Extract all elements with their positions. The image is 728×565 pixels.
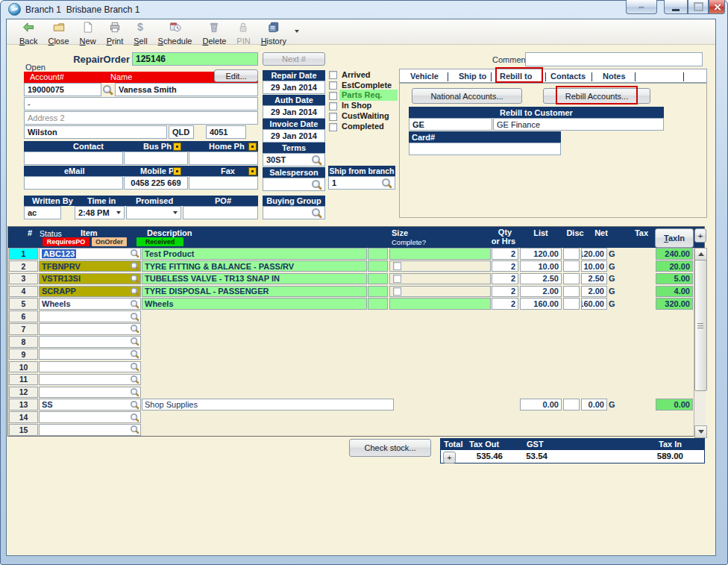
rebill-customer-field[interactable]: GE Finance [493, 118, 664, 131]
account-number-field[interactable]: 19000075 [24, 83, 101, 96]
item-code-field[interactable] [39, 310, 141, 322]
salesperson-field[interactable] [263, 178, 325, 191]
repair-date-field[interactable]: 29 Jan 2014 [263, 81, 325, 94]
item-description[interactable]: Shop Supplies [142, 399, 394, 411]
item-code-field[interactable] [39, 424, 141, 436]
contact-field[interactable] [24, 152, 123, 165]
col-net[interactable]: Net [586, 228, 616, 237]
disc-cell[interactable] [563, 248, 580, 260]
complete-checkbox[interactable] [393, 262, 401, 270]
size-cell[interactable] [368, 248, 388, 260]
po-field[interactable] [183, 206, 258, 219]
col-item[interactable]: Item [81, 228, 98, 237]
complete-cell[interactable] [389, 273, 491, 285]
item-search-icon[interactable] [131, 325, 139, 333]
item-search-icon[interactable] [131, 350, 139, 358]
item-description[interactable]: Wheels [142, 298, 367, 310]
invoice-date-field[interactable]: 29 Jan 2014 [263, 129, 325, 143]
item-search-icon[interactable] [131, 313, 139, 321]
disc-cell[interactable] [563, 399, 580, 411]
home-ph-field[interactable] [189, 152, 258, 165]
item-search-icon[interactable] [131, 287, 139, 296]
address2-field[interactable]: Address 2 [24, 111, 258, 125]
customer-name-field[interactable]: Vanessa Smith [115, 83, 258, 96]
schedule-button[interactable]: Schedule [153, 20, 198, 46]
close-button[interactable] [709, 0, 725, 14]
custwaiting-checkbox[interactable] [329, 113, 337, 121]
qty-cell[interactable]: 2 [492, 260, 518, 272]
written-by-field[interactable]: ac [24, 206, 61, 219]
item-code-field[interactable]: TFBNPRV [39, 260, 141, 272]
tab-ship-to[interactable]: Ship to [459, 72, 486, 81]
tab-contacts[interactable]: Contacts [550, 72, 586, 81]
edit-button[interactable]: Edit... [214, 69, 258, 82]
back-button[interactable]: Back [14, 20, 43, 46]
estcomplete-checkbox[interactable] [329, 81, 337, 90]
auth-date-field[interactable]: 29 Jan 2014 [263, 105, 325, 119]
item-description[interactable]: TYRE DISPOSAL - PASSENGER [142, 286, 367, 298]
tab-vehicle[interactable]: Vehicle [410, 72, 439, 81]
repair-order-number-field[interactable]: 125146 [132, 52, 258, 66]
completed-checkbox[interactable] [329, 123, 337, 131]
fax-field[interactable] [189, 176, 258, 190]
complete-checkbox[interactable] [393, 287, 401, 296]
item-search-icon[interactable] [131, 300, 139, 308]
item-description[interactable]: Test Product [142, 248, 367, 260]
complete-cell[interactable] [389, 286, 491, 298]
item-search-icon[interactable] [131, 375, 139, 384]
close-order-button[interactable]: Close [43, 20, 74, 46]
rebill-code-field[interactable]: GE [409, 118, 492, 131]
size-cell[interactable] [368, 286, 388, 298]
terms-field[interactable]: 30ST [263, 153, 325, 166]
col-tax[interactable]: Tax [630, 228, 653, 237]
qty-cell[interactable]: 2 [492, 286, 518, 298]
sell-button[interactable]: $ Sell [128, 20, 152, 46]
item-description[interactable]: TYRE FITTING & BALANCE - PASS/RV [142, 260, 367, 272]
salesperson-search-icon[interactable] [312, 180, 321, 190]
state-field[interactable]: QLD [169, 125, 194, 139]
list-cell[interactable]: 0.00 [520, 399, 562, 411]
totals-expand-button[interactable]: + [443, 452, 456, 463]
parts-req-checkbox[interactable] [329, 92, 337, 100]
terms-search-icon[interactable] [312, 155, 321, 165]
item-search-icon[interactable] [131, 262, 139, 270]
maximize-button[interactable] [688, 0, 709, 14]
item-code-field[interactable]: SCRAPP [39, 286, 141, 298]
postcode-field[interactable]: 4051 [206, 125, 246, 139]
account-search-icon[interactable] [103, 85, 113, 95]
item-code-field[interactable] [39, 361, 141, 373]
item-search-icon[interactable] [131, 388, 139, 396]
net-cell[interactable]: 2.00 [581, 286, 607, 298]
qty-cell[interactable]: 2 [492, 273, 518, 285]
print-button[interactable]: Print [101, 20, 129, 46]
restore-layout-button[interactable]: ⇔ [626, 0, 657, 14]
suburb-field[interactable]: Wilston [24, 125, 167, 139]
item-search-icon[interactable] [131, 363, 139, 371]
item-search-icon[interactable] [131, 337, 139, 346]
list-cell[interactable]: 2.50 [520, 273, 562, 285]
item-code-field[interactable] [39, 323, 141, 335]
item-code-field[interactable]: VSTR13SI [39, 273, 141, 285]
ship-from-branch-search-icon[interactable] [382, 178, 392, 188]
disc-cell[interactable] [563, 273, 580, 285]
minimize-button[interactable] [664, 0, 688, 14]
disc-cell[interactable] [563, 286, 580, 298]
scroll-down-button[interactable] [694, 425, 707, 438]
net-cell[interactable]: 120.00 [581, 248, 607, 260]
email-field[interactable] [24, 176, 123, 190]
item-search-icon[interactable] [131, 249, 139, 257]
mobile-ph-dial-icon[interactable] [173, 167, 181, 175]
item-search-icon[interactable] [131, 413, 139, 422]
add-column-button[interactable]: + [694, 228, 706, 243]
disc-cell[interactable] [563, 260, 580, 272]
taxin-toggle-button[interactable]: TaxIn [655, 228, 694, 248]
toolbar-overflow-caret[interactable] [292, 20, 299, 43]
fax-dial-icon[interactable] [248, 167, 257, 175]
item-code-field[interactable] [39, 374, 141, 386]
complete-cell[interactable] [389, 260, 491, 272]
card-number-field[interactable] [409, 143, 561, 155]
table-scrollbar[interactable] [694, 248, 706, 437]
check-stock-button[interactable]: Check stock... [349, 439, 431, 457]
col-list[interactable]: List [520, 228, 562, 237]
item-code-field[interactable] [39, 349, 141, 360]
